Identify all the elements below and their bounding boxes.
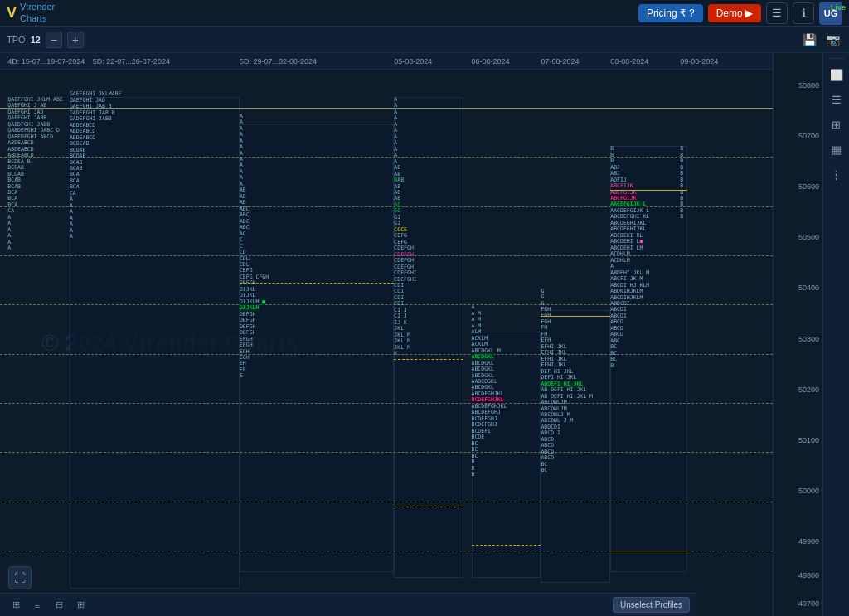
price-50200: 50200 — [798, 386, 819, 394]
pricing-label: Pricing ₹ — [647, 7, 686, 19]
lines-icon: ☰ — [832, 94, 842, 106]
price-50000: 50000 — [798, 487, 819, 495]
pricing-button[interactable]: Pricing ₹ ? — [638, 4, 703, 22]
date-label-4: 05-08-2024 — [394, 57, 432, 65]
date-label-7: 08-08-2024 — [610, 57, 648, 65]
price-49700: 49700 — [798, 599, 819, 608]
unselect-label: Unselect Profiles — [620, 600, 682, 609]
tpo-profile-col1: QAEFFGHI JKLM ABE QAEFGHI J AB QAEFGHI J… — [7, 97, 63, 252]
tpo-profile-col3: A A A A A A A A A A A A AB AB AB ABC ABC… — [240, 114, 269, 380]
plus-icon: + — [72, 33, 79, 46]
tpo-value: 12 — [31, 35, 41, 45]
val-line-4 — [472, 545, 541, 546]
fullscreen-button[interactable]: ⛶ — [8, 566, 32, 589]
info-icon: ℹ — [802, 7, 806, 19]
topbar-left: V Vtrender Charts — [7, 2, 55, 23]
top-navigation-bar: V Vtrender Charts Pricing ₹ ? Demo ▶ ☰ ℹ… — [0, 0, 849, 27]
price-50400: 50400 — [798, 284, 819, 292]
right-panel: Live ⬜ ☰ ⊞ ▦ ⋮ — [822, 53, 849, 616]
tpo-profile-col8: B B B B B B B B B B B B — [680, 146, 683, 221]
chart-area[interactable]: 4D: 15-07...19-07-2024 5D: 22-07...26-07… — [0, 53, 773, 616]
info-button[interactable]: ℹ — [793, 2, 814, 24]
logo-v-icon: V — [7, 4, 17, 22]
chart-canvas[interactable]: © 2024 Vtrender Charts QAEFFGHI JKLM ABE… — [0, 70, 773, 616]
logo-line1: Vtrender — [20, 2, 55, 12]
tpo-profile-col7: B B B ABJ ABJ ADFIJ ABCFIJK ABCFGIJK ABC… — [610, 146, 649, 369]
panel-btn-square[interactable]: ⬜ — [826, 64, 847, 85]
val-line-2 — [394, 359, 463, 360]
date-label-5: 06-08-2024 — [472, 57, 510, 65]
menu-button[interactable]: ☰ — [766, 2, 788, 24]
logo: V Vtrender Charts — [7, 2, 55, 23]
minus-icon-button[interactable]: ⊟ — [50, 596, 68, 614]
hline-50400 — [0, 304, 773, 305]
price-50800: 50800 — [798, 81, 819, 90]
price-50700: 50700 — [798, 132, 819, 140]
panel-divider-1 — [828, 58, 845, 59]
date-label-8: 09-08-2024 — [680, 57, 718, 65]
tpo-increase-button[interactable]: + — [67, 32, 84, 48]
save-icon: 💾 — [803, 33, 817, 46]
toolbar2-right: 💾 📷 — [799, 30, 842, 50]
tpo-profile-col4: A A A A A A A A A A A AB AB BAB AB AB AB… — [394, 97, 416, 357]
tpo-profile-col5: A A M A M A M ALM ACKLM ACKLM ABCDGKL M … — [472, 304, 507, 478]
fourbox-icon: ▦ — [832, 143, 842, 156]
demo-label: Demo ▶ — [716, 7, 753, 19]
poc-line-2 — [610, 190, 687, 191]
date-header: 4D: 15-07...19-07-2024 5D: 22-07...26-07… — [0, 53, 773, 70]
demo-button[interactable]: Demo ▶ — [708, 4, 761, 22]
square-icon: ⬜ — [830, 69, 843, 81]
hline-50300 — [0, 354, 773, 355]
tpo-label: TPO — [7, 35, 26, 45]
price-50600: 50600 — [798, 182, 819, 191]
tpo-decrease-button[interactable]: − — [46, 32, 62, 48]
panel-btn-grid[interactable]: ⊞ — [826, 114, 847, 135]
date-label-6: 07-08-2024 — [541, 57, 579, 65]
hline-50500 — [0, 255, 773, 256]
price-50500: 50500 — [798, 233, 819, 241]
unselect-profiles-button[interactable]: Unselect Profiles — [613, 597, 690, 613]
pricing-question: ? — [689, 7, 695, 19]
list-icon-button[interactable]: ≡ — [28, 596, 46, 614]
poc-line-3 — [610, 551, 687, 551]
panel-btn-menu[interactable]: ☰ — [826, 89, 847, 110]
bottom-bar: ⊞ ≡ ⊟ ⊞ Unselect Profiles — [0, 593, 696, 616]
panel-btn-dots[interactable]: ⋮ — [826, 163, 847, 185]
hline-50000 — [0, 502, 773, 502]
secondary-toolbar: TPO 12 − + 💾 📷 — [0, 27, 849, 53]
grid-icon: ⊞ — [832, 119, 841, 131]
val-line-3 — [394, 507, 463, 507]
plus-grid-button[interactable]: ⊞ — [71, 596, 90, 614]
panel-btn-fourbox[interactable]: ▦ — [826, 138, 847, 160]
main-layout: 4D: 15-07...19-07-2024 5D: 22-07...26-07… — [0, 53, 849, 616]
menu-icon: ☰ — [772, 7, 782, 19]
hline-50200 — [0, 403, 773, 404]
price-49800: 49800 — [798, 571, 819, 580]
bottom-icons: ⊞ ≡ ⊟ ⊞ — [7, 596, 90, 614]
date-label-2: 5D: 22-07...26-07-2024 — [93, 57, 170, 65]
live-indicator: Live — [831, 3, 846, 12]
price-50100: 50100 — [798, 436, 819, 444]
poc-line-1 — [541, 316, 610, 317]
toolbar2-left: TPO 12 − + — [7, 32, 84, 48]
val-line-1 — [240, 283, 394, 284]
dots-icon: ⋮ — [831, 168, 842, 181]
minus-icon: − — [51, 33, 57, 46]
hline-50100 — [0, 452, 773, 453]
save-chart-button[interactable]: 💾 — [799, 30, 819, 50]
price-50300: 50300 — [798, 335, 819, 343]
topbar-right: Pricing ₹ ? Demo ▶ ☰ ℹ UG — [638, 2, 842, 25]
camera-icon: 📷 — [826, 33, 840, 46]
logo-text: Vtrender Charts — [20, 2, 55, 23]
grid-icon-button[interactable]: ⊞ — [7, 596, 25, 614]
logo-line2: Charts — [20, 13, 55, 24]
price-scale: 50800 50700 50600 50500 50400 50300 5020… — [773, 53, 822, 616]
date-label-3: 5D: 29-07...02-08-2024 — [240, 57, 317, 65]
price-49900: 49900 — [798, 537, 819, 546]
fullscreen-icon: ⛶ — [14, 571, 26, 584]
tpo-profile-col2: GAEFFGHI JKLMABE GAEFGHI JAD GAEFGHI JAB… — [70, 91, 122, 240]
date-label-1: 4D: 15-07...19-07-2024 — [7, 57, 85, 65]
screenshot-button[interactable]: 📷 — [822, 30, 842, 50]
